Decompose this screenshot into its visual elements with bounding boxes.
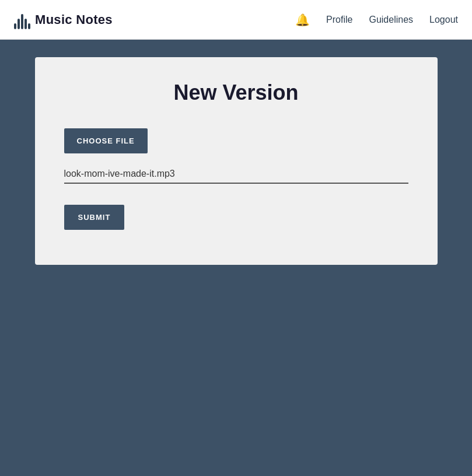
main-background: New Version CHOOSE FILE SUBMIT bbox=[0, 40, 472, 476]
choose-file-button[interactable]: CHOOSE FILE bbox=[64, 128, 148, 153]
logo-bar-1 bbox=[14, 23, 16, 29]
card-title: New Version bbox=[64, 80, 408, 105]
logo-bar-2 bbox=[18, 19, 20, 29]
logo-bar-4 bbox=[25, 19, 27, 29]
logo-area: Music Notes bbox=[14, 10, 113, 29]
logo-bar-5 bbox=[28, 23, 30, 29]
file-name-input[interactable] bbox=[64, 165, 408, 184]
nav-profile[interactable]: Profile bbox=[326, 15, 352, 25]
app-title: Music Notes bbox=[35, 12, 113, 27]
header-nav: 🔔 Profile Guidelines Logout bbox=[295, 13, 458, 27]
bell-icon[interactable]: 🔔 bbox=[295, 13, 310, 27]
header: Music Notes 🔔 Profile Guidelines Logout bbox=[0, 0, 472, 40]
logo-bar-3 bbox=[21, 14, 23, 29]
submit-button[interactable]: SUBMIT bbox=[64, 205, 125, 230]
nav-guidelines[interactable]: Guidelines bbox=[369, 15, 413, 25]
nav-logout[interactable]: Logout bbox=[429, 15, 458, 25]
new-version-card: New Version CHOOSE FILE SUBMIT bbox=[35, 57, 438, 265]
logo-icon bbox=[14, 10, 30, 29]
